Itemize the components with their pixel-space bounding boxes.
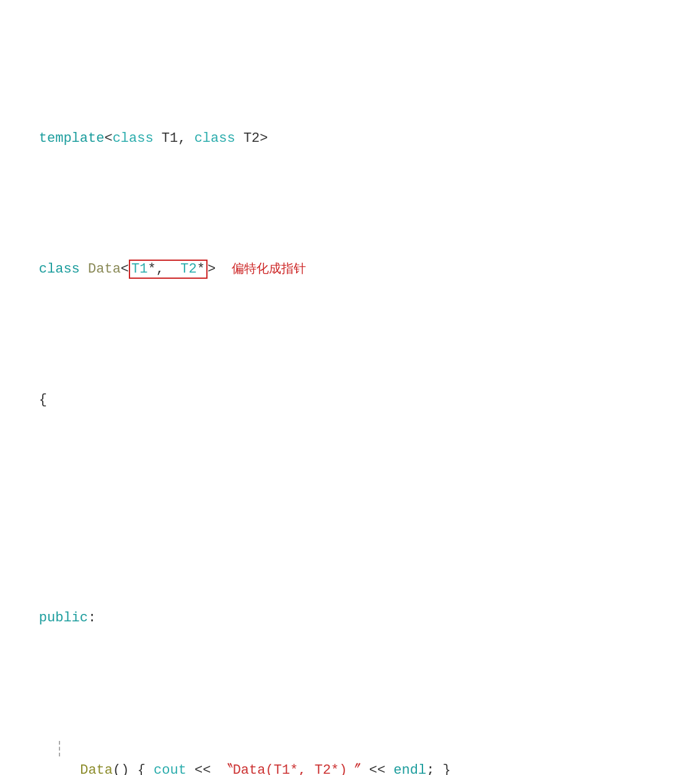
specialization-box-pointer: T1*, T2*	[129, 260, 208, 279]
kw-class-pointer: class	[39, 261, 80, 277]
class-data-1: Data	[88, 261, 121, 277]
line-brace-open-1: {	[6, 367, 694, 433]
code-block: template<class T1, class T2> class Data<…	[6, 12, 694, 775]
endl-1: endl	[393, 763, 426, 775]
kw-template: template	[39, 131, 105, 146]
kw-class-1: class	[113, 131, 154, 146]
data-constructor-1: Data	[80, 763, 113, 775]
kw-cout-1: cout	[154, 763, 186, 775]
line-data-constructor-1: Data() { cout << 〝Data(T1*, T2*)〞 << end…	[6, 716, 694, 775]
line-class-pointer: class Data<T1*, T2*> 偏特化成指针	[6, 237, 694, 302]
string-1: 〝Data(T1*, T2*)〞	[219, 763, 361, 775]
kw-class-2: class	[195, 131, 235, 146]
line-public-1: public:	[6, 585, 694, 651]
label-pointer-zh: 偏特化成指针	[232, 261, 306, 275]
blank-1	[6, 498, 694, 520]
kw-public-1: public	[39, 610, 88, 626]
line-template-1: template<class T1, class T2>	[6, 106, 694, 172]
